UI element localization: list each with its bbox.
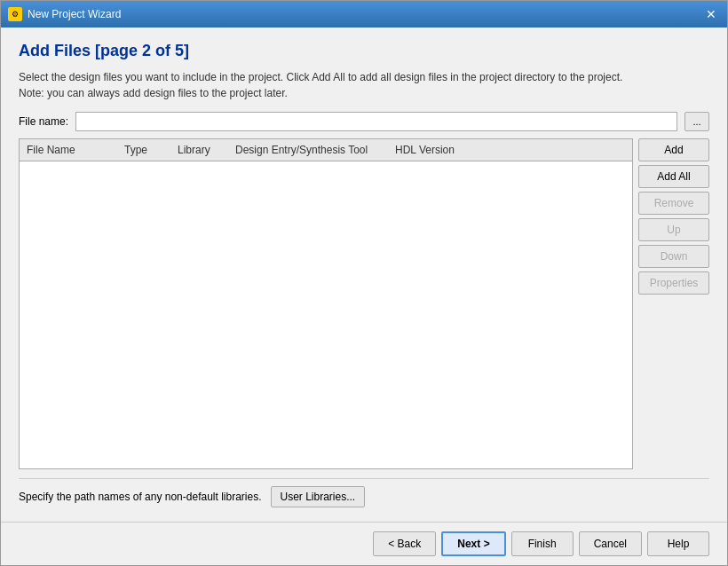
window-icon: ⚙ bbox=[8, 7, 22, 21]
file-name-input[interactable] bbox=[75, 112, 677, 131]
col-header-library: Library bbox=[170, 142, 228, 158]
description-line1: Select the design files you want to incl… bbox=[19, 71, 622, 83]
down-button[interactable]: Down bbox=[638, 245, 709, 268]
remove-button[interactable]: Remove bbox=[638, 192, 709, 215]
user-libraries-button[interactable]: User Libraries... bbox=[271, 486, 366, 507]
window-title: New Project Wizard bbox=[28, 8, 121, 20]
file-table: File Name Type Library Design Entry/Synt… bbox=[19, 138, 633, 469]
title-bar-left: ⚙ New Project Wizard bbox=[8, 7, 121, 21]
title-bar: ⚙ New Project Wizard ✕ bbox=[1, 1, 727, 28]
col-header-type: Type bbox=[117, 142, 170, 158]
cancel-button[interactable]: Cancel bbox=[579, 531, 642, 556]
col-header-design: Design Entry/Synthesis Tool bbox=[228, 142, 388, 158]
up-button[interactable]: Up bbox=[638, 218, 709, 241]
next-button[interactable]: Next > bbox=[441, 531, 505, 556]
file-name-row: File name: ... bbox=[19, 112, 709, 131]
lib-label: Specify the path names of any non-defaul… bbox=[19, 491, 262, 503]
finish-button[interactable]: Finish bbox=[511, 531, 574, 556]
browse-button[interactable]: ... bbox=[684, 112, 709, 131]
description: Select the design files you want to incl… bbox=[19, 69, 709, 101]
footer: < Back Next > Finish Cancel Help bbox=[1, 522, 727, 565]
main-content: Add Files [page 2 of 5] Select the desig… bbox=[1, 28, 727, 522]
col-header-filename: File Name bbox=[20, 142, 117, 158]
close-button[interactable]: ✕ bbox=[702, 5, 720, 23]
bottom-lib-row: Specify the path names of any non-defaul… bbox=[19, 478, 709, 507]
table-body bbox=[20, 161, 632, 468]
add-all-button[interactable]: Add All bbox=[638, 165, 709, 188]
main-window: ⚙ New Project Wizard ✕ Add Files [page 2… bbox=[0, 0, 728, 566]
side-buttons: Add Add All Remove Up Down Properties bbox=[638, 138, 709, 469]
description-line2: Note: you can always add design files to… bbox=[19, 87, 288, 99]
add-button[interactable]: Add bbox=[638, 138, 709, 161]
table-header: File Name Type Library Design Entry/Synt… bbox=[20, 139, 632, 161]
help-button[interactable]: Help bbox=[647, 531, 709, 556]
file-name-label: File name: bbox=[19, 115, 68, 128]
page-title: Add Files [page 2 of 5] bbox=[19, 42, 709, 60]
main-area: File Name Type Library Design Entry/Synt… bbox=[19, 138, 709, 469]
col-header-hdl: HDL Version bbox=[388, 142, 477, 158]
back-button[interactable]: < Back bbox=[373, 531, 436, 556]
properties-button[interactable]: Properties bbox=[638, 271, 709, 295]
